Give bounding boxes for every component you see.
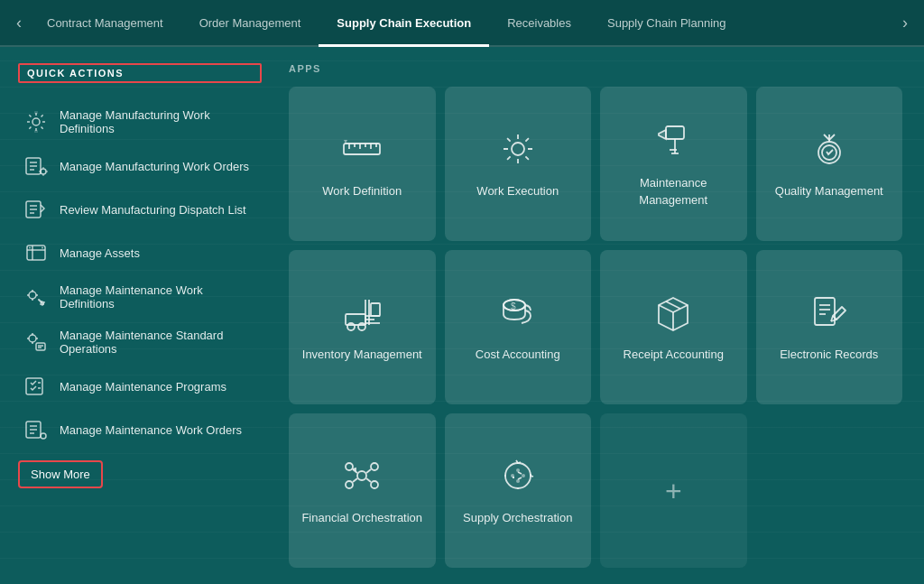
sidebar-item-dispatch-list[interactable]: Review Manufacturing Dispatch List <box>18 188 262 231</box>
app-tile-maintenance-management[interactable]: Maintenance Management <box>600 87 747 241</box>
svg-text:$: $ <box>511 301 516 311</box>
svg-rect-19 <box>36 343 45 350</box>
svg-line-73 <box>366 469 371 473</box>
svg-rect-1 <box>34 111 38 114</box>
svg-point-71 <box>371 481 378 488</box>
apps-section-label: APPS <box>289 63 902 74</box>
quick-actions-label: QUICK ACTIONS <box>18 63 262 83</box>
svg-rect-2 <box>34 130 38 133</box>
sidebar-item-maint-work-orders[interactable]: Manage Maintenance Work Orders <box>18 408 262 451</box>
apps-grid: Work Definition Work Execution <box>289 87 902 568</box>
app-tile-quality-management[interactable]: Quality Management <box>756 87 903 241</box>
apps-area: APPS Work Definition <box>280 47 924 584</box>
app-tile-financial-orchestration[interactable]: Financial Orchestration <box>289 413 436 568</box>
svg-line-74 <box>353 478 357 482</box>
svg-rect-38 <box>666 126 684 139</box>
app-tile-work-execution[interactable]: Work Execution <box>445 87 592 241</box>
tab-supply-chain-execution[interactable]: Supply Chain Execution <box>319 2 489 47</box>
ruler-icon <box>340 127 383 171</box>
main-container: ‹ Contract Management Order Management S… <box>0 0 924 584</box>
svg-point-68 <box>346 463 353 470</box>
cog-icon <box>496 127 540 171</box>
content-area: QUICK ACTIONS Manage Manufacturing Work … <box>0 47 924 584</box>
svg-line-57 <box>659 305 673 312</box>
svg-rect-53 <box>371 303 380 316</box>
app-tile-add[interactable]: + <box>600 413 747 568</box>
svg-line-60 <box>666 301 680 309</box>
sidebar: QUICK ACTIONS Manage Manufacturing Work … <box>0 47 280 584</box>
app-tile-receipt-accounting[interactable]: Receipt Accounting <box>600 250 747 404</box>
svg-point-18 <box>29 335 36 342</box>
flow-icon <box>340 454 383 497</box>
pen-paper-icon <box>808 291 851 334</box>
hammer-icon <box>651 119 695 162</box>
svg-point-16 <box>42 247 43 249</box>
nav-tabs: Contract Management Order Management Sup… <box>29 0 895 45</box>
app-tile-cost-accounting[interactable]: $ Cost Accounting <box>445 250 592 404</box>
sidebar-item-maint-std-ops[interactable]: Manage Maintenance Standard Operations <box>18 320 262 365</box>
forklift-icon <box>340 291 383 334</box>
svg-rect-22 <box>26 378 42 394</box>
svg-line-81 <box>518 477 522 479</box>
tab-order-management[interactable]: Order Management <box>181 2 319 47</box>
svg-point-76 <box>516 468 520 472</box>
dispatch-icon <box>23 197 49 222</box>
show-more-button[interactable]: Show More <box>18 460 103 488</box>
gear-ops-icon <box>23 329 49 355</box>
svg-point-15 <box>29 247 31 249</box>
tab-contract-management[interactable]: Contract Management <box>29 2 181 47</box>
tab-supply-chain-planning[interactable]: Supply Chain Planning <box>589 2 744 47</box>
svg-point-37 <box>512 143 524 155</box>
svg-point-78 <box>516 479 520 483</box>
medal-icon <box>808 127 851 171</box>
app-tile-inventory-management[interactable]: Inventory Management <box>289 250 436 404</box>
list-gear-icon <box>23 153 49 179</box>
svg-point-69 <box>371 463 378 470</box>
svg-point-0 <box>32 118 40 125</box>
gear-icon <box>23 109 49 134</box>
list-gear2-icon <box>23 417 49 442</box>
cycle-icon <box>496 454 540 497</box>
svg-point-77 <box>522 474 525 477</box>
svg-point-7 <box>41 169 46 174</box>
coins-icon: $ <box>496 291 540 334</box>
sidebar-item-maint-programs[interactable]: Manage Maintenance Programs <box>18 365 262 408</box>
asset-icon <box>23 240 49 265</box>
app-tile-supply-orchestration[interactable]: Supply Orchestration <box>445 413 592 568</box>
app-tile-work-definition[interactable]: Work Definition <box>289 87 436 241</box>
svg-point-17 <box>29 292 36 299</box>
list-check-icon <box>23 374 49 399</box>
svg-line-80 <box>518 472 522 474</box>
app-tile-electronic-records[interactable]: Electronic Records <box>756 250 903 404</box>
nav-prev-arrow[interactable]: ‹ <box>9 14 29 32</box>
gear-wrench-icon <box>23 284 49 310</box>
sidebar-item-mfg-work-orders[interactable]: Manage Manufacturing Work Orders <box>18 144 262 188</box>
svg-point-29 <box>41 433 46 439</box>
sidebar-item-mfg-work-def[interactable]: Manage Manufacturing Work Definitions <box>18 99 262 144</box>
svg-point-67 <box>357 471 366 480</box>
plus-icon: + <box>665 477 682 505</box>
nav-bar: ‹ Contract Management Order Management S… <box>0 0 924 47</box>
sidebar-item-maint-work-def[interactable]: Manage Maintenance Work Definitions <box>18 274 262 320</box>
svg-point-70 <box>346 481 353 488</box>
svg-line-75 <box>366 478 371 482</box>
sidebar-item-assets[interactable]: Manage Assets <box>18 231 262 274</box>
box-icon <box>651 291 695 334</box>
nav-next-arrow[interactable]: › <box>895 14 915 32</box>
tab-receivables[interactable]: Receivables <box>489 2 589 47</box>
